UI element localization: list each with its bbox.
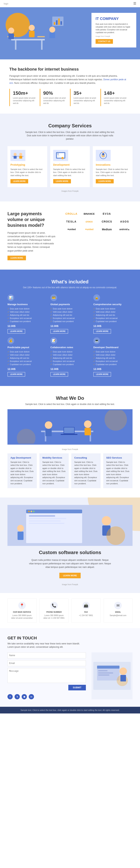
svg-rect-52 [29, 518, 66, 519]
stat-3: 148+ Lorem ipsum dolor sit amet consecte… [100, 89, 131, 106]
what-we-do-image-from: Image from Freepik [7, 448, 133, 451]
footer: Sample text. Click to select the text bo… [0, 707, 140, 713]
social-facebook[interactable]: f [7, 694, 13, 699]
backbone-paragraph: Paragraph lorem ipsum dolor sit amet, co… [9, 74, 131, 85]
get-in-touch-right [91, 652, 133, 699]
included-price-0: 12.00$ [7, 324, 47, 328]
svc-title-2: FAX [75, 611, 97, 613]
message-input[interactable] [7, 668, 86, 683]
stat-number-1: 90% [43, 90, 67, 96]
hero-title: IT COMPANY [96, 17, 132, 21]
wwd-card-1-desc: Sample text. Click to select the text bo… [42, 461, 66, 485]
included-btn-3[interactable]: LEARN MORE [7, 372, 25, 377]
svg-rect-13 [56, 20, 57, 25]
our-service-card-2: 📠 FAX +1 234 567 8901 [71, 598, 101, 623]
svg-point-38 [84, 421, 91, 428]
included-features-5: ✓Duis aute irure dolore ✓Velit esse cill… [93, 350, 133, 366]
wwd-card-0-desc: Sample text. Click to select the text bo… [10, 461, 34, 485]
name-input[interactable] [7, 652, 86, 658]
stat-label-2: Lorem ipsum dolor sit amet consectetur a… [73, 97, 97, 105]
included-features-1: ✓Duis aute irure dolore ✓Velit esse cill… [50, 307, 90, 323]
payments-button[interactable]: LEARN MORE [7, 256, 26, 260]
social-twitter[interactable]: 𝕏 [15, 694, 20, 699]
wwd-card-0: App Development Sample text. Click to se… [7, 453, 37, 488]
payments-title: Large payments volume or unique business… [7, 211, 56, 228]
svc-title-0: OUR MAIN SERVICE [10, 611, 33, 613]
feat-0-1: ✓Velit esse cillum dolor [7, 310, 47, 313]
wwd-card-0-title: App Development [10, 456, 34, 459]
hero-contact-button[interactable]: CONTACT US [96, 39, 113, 44]
svg-point-50 [33, 511, 34, 512]
service-card-0-illustration [10, 150, 25, 161]
included-btn-2[interactable]: LEARN MORE [93, 329, 111, 334]
stat-number-0: 150m+ [13, 90, 37, 96]
submit-button[interactable]: SUBMIT [68, 685, 86, 690]
service-card-1-button[interactable]: LEARN MORE [53, 179, 71, 183]
brand-medium: Medium [99, 226, 115, 232]
what-we-do-subtitle: Sample text. Click to select the text bo… [7, 403, 133, 405]
get-in-touch-left: SUBMIT f 𝕏 ◉ in [7, 652, 86, 699]
svg-rect-62 [97, 665, 119, 669]
svc-desc-2: +1 234 567 8901 [75, 614, 97, 617]
svg-point-49 [31, 511, 32, 512]
backbone-link[interactable]: Donec porttitor pede at orci. [9, 78, 126, 84]
included-item-3: 💰 Predictable payout ✓Duis aute irure do… [7, 337, 47, 377]
get-in-touch-description: We take service availability very near h… [7, 642, 82, 649]
svg-point-7 [29, 25, 35, 31]
svg-rect-54 [29, 523, 64, 524]
svg-rect-63 [98, 670, 108, 671]
svg-rect-1 [15, 40, 17, 50]
svg-point-9 [49, 27, 55, 33]
social-linkedin[interactable]: in [29, 694, 34, 699]
get-in-touch-layout: SUBMIT f 𝕏 ◉ in [7, 652, 133, 699]
what-we-do-section: What We Do Sample text. Click to select … [0, 386, 140, 497]
email-input[interactable] [7, 660, 86, 666]
svg-rect-18 [14, 156, 17, 159]
stat-label-0: Lorem ipsum dolor sit amet consectetur a… [13, 97, 37, 105]
included-icon-2: 🔒 [93, 294, 100, 301]
our-services-grid: 📍 OUR MAIN SERVICE Lorem 300 9999 Ipsum … [7, 598, 133, 623]
included-title-5: Developer Dashboard [93, 346, 133, 349]
svc-desc-3: Sample@email.com [107, 614, 130, 617]
svg-rect-14 [58, 19, 60, 25]
payments-right: CROLLA BINANCE EV3A TESLA crocs CROCS AS… [64, 211, 133, 232]
included-icon-1: 💳 [50, 294, 57, 301]
service-card-0-button[interactable]: LEARN MORE [10, 179, 28, 183]
svg-rect-65 [98, 675, 109, 676]
service-card-1-desc: Sample text. Click to select the text bo… [53, 168, 87, 177]
included-btn-4[interactable]: LEARN MORE [50, 372, 68, 377]
svg-rect-15 [61, 21, 62, 25]
svg-rect-4 [37, 36, 45, 37]
brand-united: ✦united [64, 226, 79, 232]
our-service-card-0: 📍 OUR MAIN SERVICE Lorem 300 9999 Ipsum … [7, 598, 37, 623]
svg-point-48 [28, 511, 30, 512]
service-card-2-button[interactable]: LEARN MORE [96, 179, 114, 183]
service-card-0-desc: Sample text. Click to select the text bo… [10, 168, 44, 177]
wwd-card-2: Consulting Sample text. Click to select … [71, 453, 101, 488]
svc-icon-3: ✉ [114, 602, 122, 609]
stat-label-3: Lorem ipsum dolor sit amet consectetur a… [104, 97, 128, 105]
included-features-4: ✓Duis aute irure dolore ✓Velit esse cill… [50, 350, 90, 366]
svg-point-57 [107, 526, 125, 545]
social-instagram[interactable]: ◉ [22, 694, 27, 699]
included-title-4: Collaboration notes [50, 346, 90, 349]
svg-rect-64 [98, 673, 113, 674]
svg-rect-59 [18, 532, 24, 540]
included-features-3: ✓Duis aute irure dolore ✓Velit esse cill… [7, 350, 47, 366]
brand-tesla-name: TESLA [64, 219, 79, 224]
included-btn-1[interactable]: LEARN MORE [50, 329, 68, 334]
services-subtitle: Sample text. Click to select the text bo… [23, 130, 117, 141]
custom-software-button[interactable]: LEARN MORE [60, 573, 80, 578]
get-in-touch-form: SUBMIT [7, 652, 86, 690]
stat-0: 150m+ Lorem ipsum dolor sit amet consect… [9, 89, 40, 106]
stat-1: 90% Lorem ipsum dolor sit amet consectet… [40, 89, 70, 106]
service-card-0: Prototyping Sample text. Click to select… [7, 146, 47, 187]
brand-crolla: CROLLA [64, 211, 79, 217]
included-section: What's included Get 100+ features out of… [0, 270, 140, 386]
svg-rect-6 [8, 33, 14, 39]
service-cards-row: Prototyping Sample text. Click to select… [7, 146, 133, 187]
menu-icon[interactable]: ☰ [133, 1, 136, 6]
included-btn-5[interactable]: LEARN MORE [93, 372, 111, 377]
services-image-from: Images from Freepik [7, 190, 133, 192]
included-btn-0[interactable]: LEARN MORE [7, 329, 25, 334]
